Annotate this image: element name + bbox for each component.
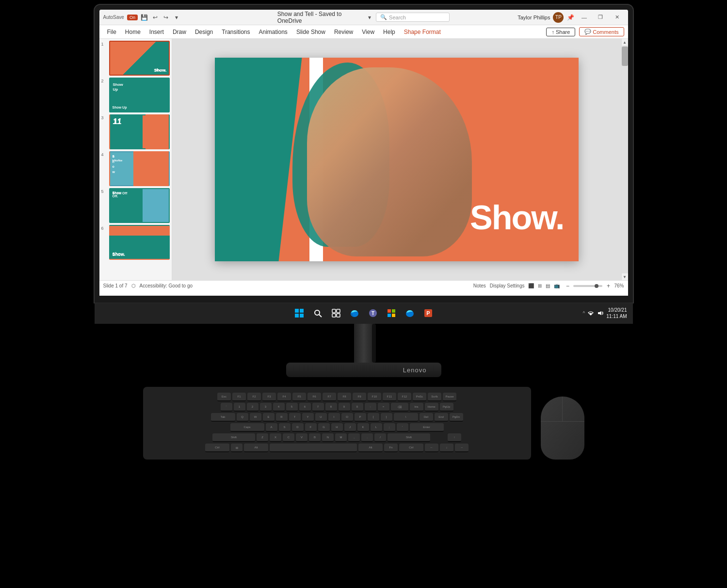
key-ctrl-r[interactable]: Ctrl xyxy=(399,444,423,452)
key-6[interactable]: 6 xyxy=(299,403,311,412)
scroll-thumb[interactable] xyxy=(622,47,628,66)
key-right[interactable]: → xyxy=(455,444,469,452)
minimize-button[interactable]: — xyxy=(577,13,591,22)
key-r[interactable]: R xyxy=(276,413,288,422)
key-enter[interactable]: Enter xyxy=(410,423,444,432)
key-end[interactable]: End xyxy=(435,413,448,422)
key-a[interactable]: A xyxy=(266,423,277,432)
scroll-up-arrow[interactable]: ▲ xyxy=(622,39,628,46)
slide-preview-4[interactable]: Show xyxy=(109,151,170,186)
view-normal-icon[interactable]: ⬛ xyxy=(528,283,534,288)
key-q[interactable]: Q xyxy=(237,413,248,422)
key-l[interactable]: L xyxy=(371,423,382,432)
teams-taskbar-icon[interactable]: T xyxy=(365,305,381,321)
key-pgup[interactable]: PgUp xyxy=(440,403,453,412)
zoom-slider[interactable] xyxy=(573,285,602,287)
menu-file[interactable]: File xyxy=(103,28,120,36)
key-2[interactable]: 2 xyxy=(247,403,258,412)
key-equals[interactable]: = xyxy=(378,403,389,412)
key-3[interactable]: 3 xyxy=(260,403,272,412)
slide-thumb-5[interactable]: 5 ShowOff. xyxy=(101,188,170,223)
key-tab[interactable]: Tab xyxy=(211,413,235,422)
key-h[interactable]: H xyxy=(331,423,343,432)
menu-help[interactable]: Help xyxy=(379,28,399,36)
mouse-left-button[interactable] xyxy=(541,397,563,421)
key-w[interactable]: W xyxy=(250,413,261,422)
key-left[interactable]: ← xyxy=(425,444,438,452)
key-ins[interactable]: Ins xyxy=(410,403,423,412)
menu-shapeformat[interactable]: Shape Format xyxy=(400,28,445,36)
key-lbracket[interactable]: [ xyxy=(368,413,379,422)
view-slide-icon[interactable]: ▤ xyxy=(546,283,550,288)
key-8[interactable]: 8 xyxy=(325,403,337,412)
key-period[interactable]: . xyxy=(361,433,373,442)
slide-thumb-3[interactable]: 3 11 xyxy=(101,114,170,149)
system-tray[interactable]: ^ xyxy=(583,310,605,316)
key-i[interactable]: I xyxy=(328,413,340,422)
key-del[interactable]: Del xyxy=(420,413,433,422)
key-pause[interactable]: Pause xyxy=(443,393,456,401)
key-k[interactable]: K xyxy=(357,423,369,432)
key-alt-r[interactable]: Alt xyxy=(358,444,383,452)
key-1[interactable]: 1 xyxy=(234,403,245,412)
key-f8[interactable]: F8 xyxy=(338,393,351,401)
menu-animations[interactable]: Animations xyxy=(255,28,291,36)
key-f4[interactable]: F4 xyxy=(277,393,291,401)
key-f7[interactable]: F7 xyxy=(323,393,336,401)
display-settings-button[interactable]: Display Settings xyxy=(490,283,525,288)
menu-slideshow[interactable]: Slide Show xyxy=(292,28,329,36)
key-o[interactable]: O xyxy=(341,413,353,422)
key-f6[interactable]: F6 xyxy=(307,393,321,401)
key-v[interactable]: V xyxy=(296,433,307,442)
scroll-track[interactable] xyxy=(622,46,628,273)
zoom-level[interactable]: 76% xyxy=(614,283,624,288)
key-f5[interactable]: F5 xyxy=(292,393,306,401)
key-f9[interactable]: F9 xyxy=(353,393,366,401)
key-minus[interactable]: - xyxy=(365,403,376,412)
key-g[interactable]: G xyxy=(318,423,330,432)
menu-transitions[interactable]: Transitions xyxy=(218,28,254,36)
key-backspace[interactable]: ⌫ xyxy=(391,403,408,412)
view-grid-icon[interactable]: ⊞ xyxy=(538,283,542,288)
key-pgdn[interactable]: PgDn xyxy=(450,413,463,422)
edge2-taskbar-icon[interactable] xyxy=(402,305,418,321)
menu-insert[interactable]: Insert xyxy=(145,28,168,36)
key-t[interactable]: T xyxy=(289,413,301,422)
slide-thumb-4[interactable]: 4 Show xyxy=(101,151,170,186)
key-d[interactable]: D xyxy=(292,423,304,432)
menu-draw[interactable]: Draw xyxy=(169,28,190,36)
right-scrollbar[interactable]: ▲ ▼ xyxy=(621,39,628,280)
key-shift-r[interactable]: Shift xyxy=(388,433,430,442)
key-semicolon[interactable]: ; xyxy=(384,423,395,432)
key-space[interactable] xyxy=(270,444,357,452)
scroll-down-arrow[interactable]: ▼ xyxy=(622,273,628,280)
key-down[interactable]: ↓ xyxy=(440,444,453,452)
taskbar-search[interactable] xyxy=(310,305,325,321)
notes-button[interactable]: Notes xyxy=(473,283,486,288)
key-rbracket[interactable]: ] xyxy=(381,413,392,422)
menu-review[interactable]: Review xyxy=(330,28,357,36)
autosave-toggle[interactable]: On xyxy=(127,15,138,20)
key-x[interactable]: X xyxy=(270,433,281,442)
slide-canvas[interactable]: Show. xyxy=(215,58,579,261)
undo-icon[interactable]: ↩ xyxy=(151,14,159,21)
key-n[interactable]: N xyxy=(322,433,334,442)
key-home[interactable]: Home xyxy=(425,403,438,412)
powerpoint-taskbar-icon[interactable]: P xyxy=(420,305,436,321)
comments-button[interactable]: 💬 Comments xyxy=(579,27,624,36)
slide-panel[interactable]: 1 Show. 2 Show xyxy=(99,39,172,280)
menu-view[interactable]: View xyxy=(358,28,378,36)
key-slash[interactable]: / xyxy=(374,433,386,442)
key-c[interactable]: C xyxy=(283,433,294,442)
key-p[interactable]: P xyxy=(355,413,366,422)
redo-icon[interactable]: ↪ xyxy=(162,14,170,21)
menu-home[interactable]: Home xyxy=(121,28,145,36)
key-win[interactable]: ⊞ xyxy=(231,444,242,452)
slide-thumb-2[interactable]: 2 Show Up xyxy=(101,78,170,112)
key-f2[interactable]: F2 xyxy=(247,393,261,401)
zoom-out-button[interactable]: − xyxy=(564,282,571,290)
slide-preview-5[interactable]: ShowOff. xyxy=(109,188,170,223)
key-j[interactable]: J xyxy=(344,423,356,432)
ribbon-icon[interactable]: 📌 xyxy=(566,14,574,21)
key-0[interactable]: 0 xyxy=(352,403,363,412)
